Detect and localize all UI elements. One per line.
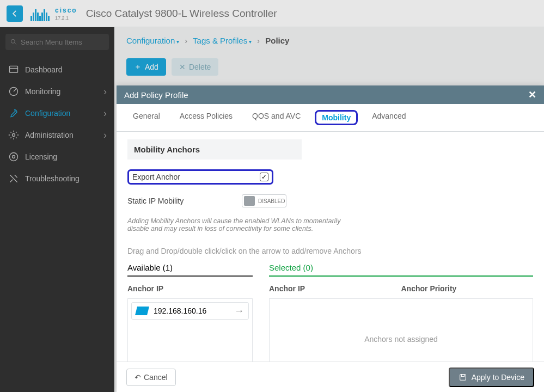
nav-label: Licensing [25, 152, 107, 161]
drag-drop-hint: Drag and Drop/double click/click on the … [127, 247, 533, 255]
tab-advanced[interactable]: Advanced [362, 104, 415, 131]
sidebar-item-monitoring[interactable]: Monitoring › [5, 81, 109, 102]
brand-word: cisco [55, 7, 77, 14]
wrench-icon [8, 107, 20, 119]
sidebar-item-configuration[interactable]: Configuration › [5, 102, 109, 124]
chevron-right-icon: › [103, 86, 107, 97]
search-icon [10, 38, 17, 46]
add-button[interactable]: ＋ Add [126, 58, 166, 76]
breadcrumb-tags-profiles[interactable]: Tags & Profiles [193, 36, 252, 45]
page-title: Cisco Catalyst 9800-L Wireless Controlle… [86, 8, 277, 20]
export-anchor-row: Export Anchor ✓ [127, 169, 273, 185]
apply-to-device-button[interactable]: Apply to Device [449, 367, 534, 387]
license-icon [8, 151, 20, 163]
svg-point-0 [11, 39, 15, 43]
save-icon [459, 373, 467, 382]
export-anchor-label: Export Anchor [132, 173, 260, 181]
svg-point-4 [10, 153, 18, 161]
anchor-tag-icon [135, 307, 149, 315]
sidebar-item-administration[interactable]: Administration › [5, 124, 109, 146]
nav-label: Dashboard [25, 65, 107, 74]
sidebar-item-licensing[interactable]: Licensing [5, 146, 109, 168]
available-anchor-item[interactable]: 192.168.160.16 → [131, 302, 249, 320]
sidebar-item-dashboard[interactable]: Dashboard [5, 59, 109, 81]
tab-mobility[interactable]: Mobility [310, 104, 362, 131]
arrow-left-icon [11, 10, 19, 17]
chevron-right-icon: › [103, 108, 107, 119]
breadcrumb-current: Policy [265, 36, 289, 45]
brand-block: cisco 17.2.1 [55, 7, 77, 21]
delete-button[interactable]: ✕ Delete [172, 58, 218, 76]
modal-footer: ↶ Cancel Apply to Device [117, 362, 544, 392]
selected-empty-text: Anchors not assigned [364, 335, 438, 344]
toggle-state: DISABLED [258, 198, 285, 204]
toggle-knob [244, 196, 255, 206]
col-header-anchor-ip-sel: Anchor IP [269, 284, 401, 293]
brand-version: 17.2.1 [55, 15, 77, 21]
add-policy-profile-modal: Add Policy Profile ✕ General Access Poli… [117, 85, 544, 392]
selected-title: Selected (0) [269, 263, 533, 277]
nav-label: Administration [25, 131, 103, 139]
col-header-anchor-ip: Anchor IP [127, 284, 253, 293]
nav-label: Monitoring [25, 87, 103, 96]
delete-label: Delete [189, 63, 211, 71]
modal-header: Add Policy Profile ✕ [117, 85, 544, 104]
chevron-right-icon: › [103, 130, 107, 141]
add-label: Add [145, 63, 158, 71]
anchor-ip-value: 192.168.160.16 [154, 307, 206, 315]
modal-body: Mobility Anchors Export Anchor ✓ Static … [117, 132, 544, 362]
nav-label: Configuration [25, 109, 103, 118]
svg-rect-1 [10, 66, 18, 72]
tab-general[interactable]: General [123, 104, 170, 131]
svg-rect-6 [461, 374, 464, 376]
breadcrumb-configuration[interactable]: Configuration [126, 36, 179, 45]
available-title: Available (1) [127, 263, 253, 277]
top-bar: cisco 17.2.1 Cisco Catalyst 9800-L Wirel… [0, 0, 544, 27]
dashboard-icon [8, 64, 20, 76]
tab-mobility-label: Mobility [315, 110, 358, 125]
tab-access-policies[interactable]: Access Policies [170, 104, 242, 131]
search-input[interactable]: Search Menu Items [5, 34, 109, 50]
cancel-button[interactable]: ↶ Cancel [126, 369, 176, 386]
apply-label: Apply to Device [472, 373, 524, 382]
cisco-logo-icon [30, 6, 50, 21]
static-ip-toggle[interactable]: DISABLED [242, 194, 286, 207]
back-button[interactable] [7, 5, 23, 22]
section-mobility-anchors: Mobility Anchors [127, 139, 302, 160]
selected-list: Anchors not assigned [269, 298, 533, 362]
gauge-icon [8, 85, 20, 97]
tools-icon [8, 173, 20, 185]
svg-rect-5 [460, 374, 466, 380]
sidebar: Search Menu Items Dashboard Monitoring ›… [0, 27, 114, 392]
nav-label: Troubleshooting [25, 174, 107, 183]
available-list: 192.168.160.16 → [127, 298, 253, 362]
mobility-note: Adding Mobility Anchors will cause the e… [127, 217, 345, 232]
modal-title: Add Policy Profile [124, 90, 188, 100]
move-right-icon[interactable]: → [234, 305, 244, 317]
gear-icon [8, 129, 20, 141]
breadcrumb: Configuration › Tags & Profiles › Policy [126, 36, 532, 45]
close-icon[interactable]: ✕ [528, 89, 536, 101]
export-anchor-checkbox[interactable]: ✓ [260, 173, 268, 181]
undo-icon: ↶ [135, 373, 141, 382]
static-ip-label: Static IP Mobility [127, 197, 242, 205]
svg-point-3 [13, 134, 15, 137]
cancel-label: Cancel [144, 373, 168, 382]
col-header-anchor-priority: Anchor Priority [401, 284, 534, 293]
search-placeholder: Search Menu Items [21, 38, 82, 46]
sidebar-item-troubleshooting[interactable]: Troubleshooting [5, 168, 109, 189]
tab-qos-avc[interactable]: QOS and AVC [242, 104, 310, 131]
modal-tabs: General Access Policies QOS and AVC Mobi… [117, 104, 544, 132]
